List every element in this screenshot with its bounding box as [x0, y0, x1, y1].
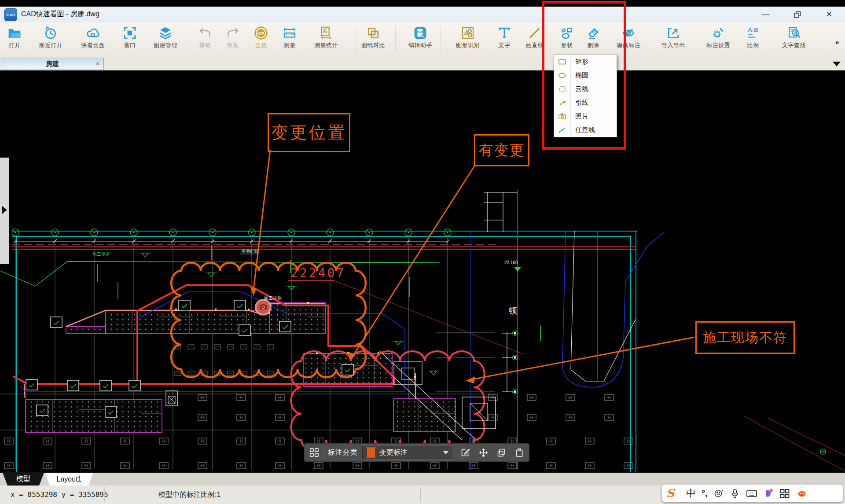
recent-clock-icon: [44, 26, 58, 40]
filled-elevation-triangle: [514, 267, 521, 272]
window-tool-button[interactable]: 窗口: [123, 26, 137, 49]
road-label: 施工便道: [92, 252, 110, 257]
ime-language-mode[interactable]: 中: [686, 487, 696, 500]
shape-dropdown-menu: 矩形 椭圆 云线 引线 照片 任意线: [554, 55, 617, 137]
svg-text:A: A: [794, 31, 797, 35]
leader-line-icon: [554, 96, 571, 110]
toolbar-separator: [190, 26, 190, 52]
markup-settings-button[interactable]: 标注设置: [706, 26, 730, 49]
shapes-button[interactable]: 形状: [560, 26, 574, 49]
draw-line-button[interactable]: 画直线: [526, 26, 544, 49]
marker-toolbar-separator: [323, 447, 323, 458]
redo-button[interactable]: 恢复: [226, 26, 240, 49]
drawing-canvas[interactable]: 222407 用地红线 施工便道 施工道路 22.160 顿 变更位置 有变更 …: [0, 70, 845, 472]
cursor-coordinates: x = 8553298 y = 3355895: [11, 490, 108, 499]
ime-punctuation-mode[interactable]: °,: [702, 488, 708, 498]
tab-list-dropdown-icon[interactable]: [833, 62, 841, 66]
text-search-button[interactable]: A 文字查找: [782, 26, 806, 49]
shapes-icon: [560, 26, 574, 40]
restore-button[interactable]: [787, 7, 808, 22]
delete-button[interactable]: 删除: [586, 26, 600, 49]
recent-open-button[interactable]: 最近打开: [39, 26, 62, 49]
scale-ratio-button[interactable]: A:B 比例: [746, 26, 760, 49]
measure-ruler-icon: [283, 26, 297, 40]
cloud-drive-button[interactable]: 快看云盘: [81, 26, 105, 49]
tab-model[interactable]: 模型: [3, 473, 44, 486]
markup-scale-label: 模型中的标注比例:1: [158, 490, 220, 500]
menu-item-freeline[interactable]: 任意线: [554, 123, 617, 137]
annotation-change-position[interactable]: 变更位置: [268, 113, 350, 152]
ime-toolbar: S 中 °,: [661, 484, 843, 502]
menu-item-cloud[interactable]: 云线: [554, 82, 617, 96]
doc-tab-label: 房建: [46, 60, 59, 68]
keyboard-icon[interactable]: [746, 488, 757, 499]
import-export-button[interactable]: 导入导出: [661, 26, 685, 49]
drawing-compare-button[interactable]: 图纸对比: [361, 26, 385, 49]
import-export-icon: [666, 26, 680, 40]
line-icon: [528, 26, 542, 40]
ime-menu-grid-icon[interactable]: [779, 488, 790, 499]
vip-member-button[interactable]: VIP 会员: [254, 26, 268, 49]
marker-toolbar: 标注分类 变更标注: [304, 443, 529, 462]
assistant-badge-icon[interactable]: [796, 487, 809, 500]
marker-type-select[interactable]: 变更标注: [362, 446, 452, 459]
photo-camera-icon: [554, 110, 571, 123]
expand-arrow-icon: [2, 206, 7, 214]
eraser-icon: [586, 26, 600, 40]
document-tab-row: 房建 ×: [0, 57, 845, 70]
edit-assistant-button[interactable]: CAD 编辑助手: [408, 26, 432, 49]
char-label: 顿: [509, 306, 517, 315]
edit-marker-icon[interactable]: [460, 447, 470, 458]
menu-item-rectangle[interactable]: 矩形: [554, 55, 617, 69]
text-T-icon: [497, 26, 511, 40]
doc-tab-active[interactable]: 房建 ×: [1, 58, 104, 70]
revision-number-text: 222407: [290, 266, 345, 280]
cad-document-icon: CAD: [413, 26, 427, 40]
window-frame-icon: [123, 26, 137, 40]
revision-number-group: 222407: [288, 266, 345, 280]
microphone-icon[interactable]: [730, 488, 740, 499]
shape-recognize-button[interactable]: 图形识别: [456, 26, 480, 49]
toolbar-overflow-chevron[interactable]: »: [835, 38, 839, 46]
menu-item-leader[interactable]: 引线: [554, 96, 617, 110]
ime-logo[interactable]: S: [666, 487, 674, 500]
open-button[interactable]: 打开: [7, 26, 22, 49]
stats-chart-icon: [319, 26, 333, 40]
photo-marker-icon[interactable]: [256, 300, 271, 315]
measure-button[interactable]: 测量: [283, 26, 297, 49]
compare-squares-icon: [366, 26, 380, 40]
tab-layout1[interactable]: Layout1: [45, 473, 93, 486]
free-line-icon: [554, 123, 571, 137]
recognize-shapes-icon: [461, 26, 475, 40]
skin-icon[interactable]: [763, 488, 774, 499]
gear-pencil-icon: [711, 26, 725, 40]
copy-marker-icon[interactable]: [496, 447, 507, 458]
menu-item-photo[interactable]: 照片: [554, 110, 617, 123]
doc-tab-close-icon[interactable]: ×: [96, 60, 99, 67]
title-bar: CAD CAD快速看图 - 房建.dwg — ✕: [0, 7, 845, 22]
window-title: CAD快速看图 - 房建.dwg: [21, 10, 99, 19]
close-button[interactable]: ✕: [819, 7, 839, 22]
annotation-has-change[interactable]: 有变更: [474, 134, 529, 166]
road-label2: 施工道路: [264, 296, 282, 301]
svg-text:CAD: CAD: [417, 30, 423, 33]
marker-grid-icon[interactable]: [309, 447, 320, 458]
building-footprints: [26, 303, 456, 433]
side-panel-handle[interactable]: [0, 158, 9, 264]
hide-markup-button[interactable]: 隐藏标注: [617, 26, 640, 49]
paste-marker-icon[interactable]: [514, 447, 525, 458]
rectangle-icon: [554, 55, 571, 69]
measure-stats-button[interactable]: 测量统计: [314, 26, 338, 49]
annotation-site-mismatch[interactable]: 施工现场不符: [695, 321, 795, 354]
elevation-text: 22.160: [504, 260, 518, 265]
undo-button[interactable]: 撤销: [198, 26, 212, 49]
dimension-row: [14, 239, 449, 243]
text-tool-button[interactable]: 文字: [497, 26, 511, 49]
layer-manager-button[interactable]: 图层管理: [154, 26, 177, 49]
emoji-icon[interactable]: [713, 488, 724, 499]
move-marker-icon[interactable]: [478, 447, 489, 458]
restore-icon: [794, 11, 801, 18]
menu-item-ellipse[interactable]: 椭圆: [554, 69, 617, 82]
minimize-button[interactable]: —: [756, 7, 776, 22]
cloud-icon: [86, 26, 100, 40]
